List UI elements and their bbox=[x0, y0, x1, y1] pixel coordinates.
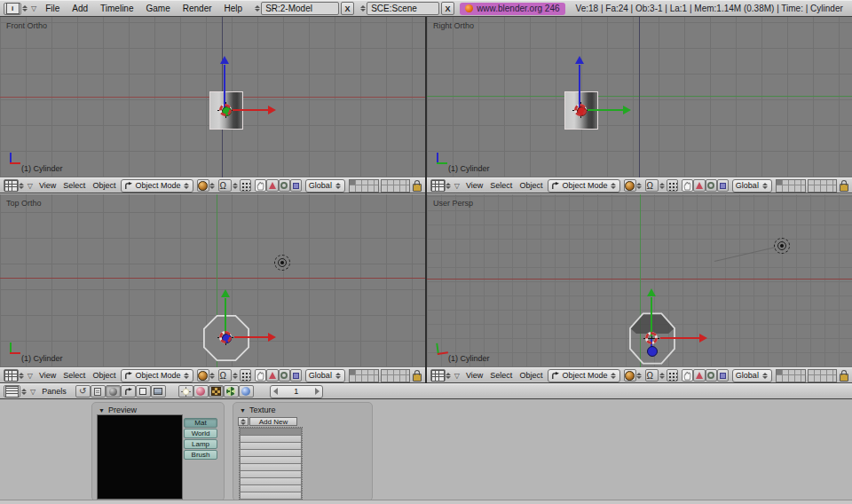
manipulator-x-arrowhead[interactable] bbox=[699, 334, 707, 343]
translate-manipulator-button[interactable] bbox=[266, 369, 278, 382]
window-border[interactable] bbox=[0, 500, 852, 504]
texture-channel-row[interactable] bbox=[240, 464, 302, 471]
scene-context-button[interactable] bbox=[151, 385, 166, 398]
editor-type-stepper-icon[interactable] bbox=[19, 180, 25, 192]
orientation-dropdown[interactable]: Global bbox=[305, 369, 345, 382]
orientation-dropdown[interactable]: Global bbox=[305, 179, 345, 193]
texture-channel-row[interactable] bbox=[240, 450, 302, 457]
viewport-front[interactable]: Front Ortho (1) Cylinder bbox=[0, 17, 425, 177]
frame-increment-icon[interactable] bbox=[315, 388, 320, 395]
lamp-object[interactable] bbox=[274, 255, 290, 271]
scale-manipulator-button[interactable] bbox=[717, 179, 729, 192]
object-menu[interactable]: Object bbox=[519, 371, 542, 380]
orientation-dropdown[interactable]: Global bbox=[732, 179, 772, 193]
editor-type-stepper-icon[interactable] bbox=[20, 386, 28, 398]
editor-type-stepper-icon[interactable] bbox=[446, 370, 452, 382]
logic-context-button[interactable]: ↺ bbox=[75, 385, 91, 398]
pivot-stepper-icon[interactable] bbox=[232, 370, 238, 382]
mode-dropdown[interactable]: Object Mode bbox=[548, 179, 620, 193]
collapse-menu-icon[interactable]: ▽ bbox=[31, 4, 36, 12]
orientation-dropdown[interactable]: Global bbox=[732, 369, 772, 382]
select-menu[interactable]: Select bbox=[490, 371, 512, 380]
frame-decrement-icon[interactable] bbox=[273, 388, 278, 395]
lamp-object[interactable] bbox=[774, 238, 790, 254]
texture-channel-row[interactable] bbox=[240, 485, 302, 492]
layer-buttons-group2[interactable] bbox=[808, 179, 838, 193]
manipulator-y-arrowhead[interactable] bbox=[221, 289, 230, 297]
snap-button[interactable] bbox=[667, 369, 678, 382]
manipulator-y-arrow[interactable] bbox=[225, 298, 226, 334]
rotate-manipulator-button[interactable] bbox=[706, 179, 717, 192]
view-menu[interactable]: View bbox=[39, 181, 56, 190]
scene-selector[interactable]: SCE:Scene bbox=[367, 2, 439, 15]
viewport-top[interactable]: Top Ortho (1) Cylinder bbox=[0, 194, 425, 367]
layer-buttons-group2[interactable] bbox=[381, 179, 411, 193]
snap-button[interactable] bbox=[240, 369, 251, 382]
preview-lamp-button[interactable]: Lamp bbox=[184, 439, 217, 449]
draw-type-button[interactable] bbox=[624, 369, 635, 382]
scale-manipulator-button[interactable] bbox=[290, 179, 302, 192]
world-subcontext-button[interactable] bbox=[239, 385, 254, 398]
editor-type-stepper-icon[interactable] bbox=[446, 180, 452, 192]
manipulator-z-arrowhead[interactable] bbox=[647, 346, 658, 357]
manipulator-y-arrowhead[interactable] bbox=[647, 288, 656, 296]
panels-menu[interactable]: Panels bbox=[42, 387, 67, 396]
texture-panel-header[interactable]: ▼ Texture bbox=[240, 406, 275, 414]
layer-buttons-group1[interactable] bbox=[349, 369, 379, 382]
editor-type-selector[interactable] bbox=[4, 369, 19, 382]
preview-panel-header[interactable]: ▼ Preview bbox=[99, 406, 137, 414]
lock-icon[interactable] bbox=[413, 374, 422, 382]
select-menu[interactable]: Select bbox=[490, 181, 512, 190]
object-menu[interactable]: Object bbox=[519, 181, 542, 190]
pivot-stepper-icon[interactable] bbox=[659, 180, 665, 192]
lock-icon[interactable] bbox=[413, 184, 422, 192]
screen-close-button[interactable]: X bbox=[341, 2, 354, 15]
translate-manipulator-button[interactable] bbox=[266, 179, 278, 192]
object-menu[interactable]: Object bbox=[92, 371, 115, 380]
editor-type-selector[interactable] bbox=[4, 179, 19, 192]
script-context-button[interactable] bbox=[91, 385, 106, 398]
manipulator-y-arrowhead[interactable] bbox=[623, 106, 631, 114]
window-type-selector[interactable]: i bbox=[4, 3, 21, 15]
collapse-menu-icon[interactable]: ▽ bbox=[454, 372, 460, 380]
manipulator-x-arrow[interactable] bbox=[234, 336, 270, 338]
scene-close-button[interactable]: X bbox=[441, 2, 454, 15]
draw-type-button[interactable] bbox=[624, 179, 635, 192]
collapse-menu-icon[interactable]: ▽ bbox=[454, 182, 460, 190]
layer-buttons-group1[interactable] bbox=[349, 179, 379, 193]
scale-manipulator-button[interactable] bbox=[290, 369, 302, 382]
manipulator-toggle-button[interactable] bbox=[255, 369, 266, 382]
shading-context-button[interactable] bbox=[106, 385, 121, 398]
texture-channel-row[interactable] bbox=[240, 457, 302, 464]
layer-buttons-group2[interactable] bbox=[808, 369, 838, 382]
mode-dropdown[interactable]: Object Mode bbox=[121, 369, 193, 382]
draw-type-button[interactable] bbox=[197, 369, 209, 382]
texture-channel-row[interactable] bbox=[240, 492, 302, 500]
translate-manipulator-button[interactable] bbox=[693, 369, 705, 382]
layer-buttons-group1[interactable] bbox=[776, 179, 806, 193]
manipulator-toggle-button[interactable] bbox=[255, 179, 266, 192]
view-menu[interactable]: View bbox=[466, 181, 483, 190]
radiosity-subcontext-button[interactable] bbox=[224, 385, 239, 398]
rotate-manipulator-button[interactable] bbox=[279, 179, 290, 192]
material-subcontext-button[interactable] bbox=[193, 385, 209, 398]
editor-type-stepper-icon[interactable] bbox=[19, 370, 25, 382]
pivot-stepper-icon[interactable] bbox=[232, 180, 238, 192]
menu-file[interactable]: File bbox=[45, 4, 59, 13]
manipulator-x-arrow[interactable] bbox=[233, 109, 270, 111]
texture-channel-row[interactable] bbox=[240, 436, 302, 443]
lamp-subcontext-button[interactable] bbox=[178, 385, 193, 398]
preview-mat-button[interactable]: Mat bbox=[184, 418, 217, 428]
manipulator-x-arrowhead[interactable] bbox=[268, 106, 276, 114]
pivot-stepper-icon[interactable] bbox=[659, 370, 665, 382]
rotate-manipulator-button[interactable] bbox=[279, 369, 290, 382]
view-menu[interactable]: View bbox=[39, 371, 56, 380]
screen-selector[interactable]: SR:2-Model bbox=[261, 2, 339, 15]
panel-collapse-icon[interactable]: ▼ bbox=[99, 407, 105, 413]
select-menu[interactable]: Select bbox=[63, 181, 85, 190]
manipulator-toggle-button[interactable] bbox=[682, 179, 693, 192]
manipulator-toggle-button[interactable] bbox=[682, 369, 693, 382]
collapse-menu-icon[interactable]: ▽ bbox=[30, 388, 36, 396]
frame-number-spinner[interactable]: 1 bbox=[270, 385, 323, 398]
draw-type-stepper-icon[interactable] bbox=[636, 180, 643, 192]
